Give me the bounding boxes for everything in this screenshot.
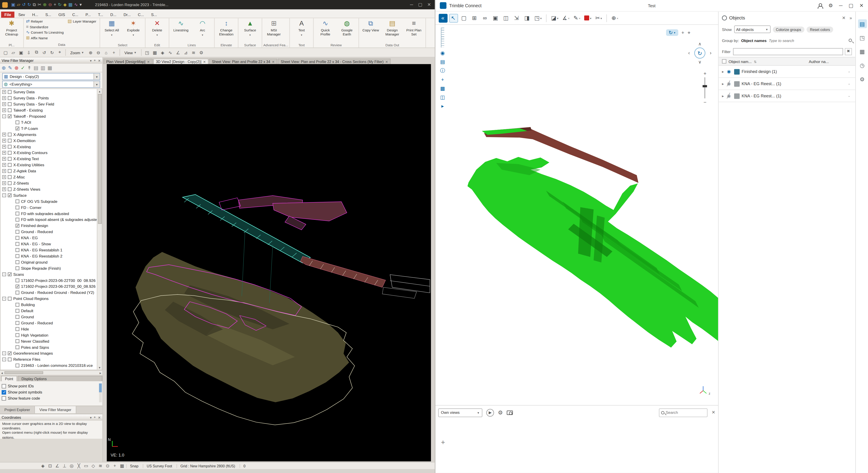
apply-filter-icon[interactable]: ✓ [21, 64, 25, 71]
row-expander-icon[interactable] [722, 69, 724, 74]
minimize-button[interactable]: ─ [839, 3, 843, 8]
tree-checkbox[interactable] [16, 121, 19, 124]
tree-item[interactable]: + X-Existing [0, 144, 97, 150]
ribbon-tab[interactable]: S... [148, 11, 160, 18]
ribbon-button[interactable]: ≡ Standardize [25, 24, 66, 29]
visibility-eye-icon[interactable] [726, 81, 732, 86]
snap-perpendicular-icon[interactable]: ⊥ [62, 463, 68, 468]
copy-icon[interactable]: ⧉ [33, 49, 40, 56]
close-button[interactable]: ✕ [859, 3, 864, 8]
snap-vertex-icon[interactable]: ◇ [90, 463, 96, 468]
tree-checkbox[interactable] [16, 284, 19, 289]
tree-checkbox[interactable] [16, 303, 19, 306]
view-mode-2-icon[interactable]: ▥ [40, 64, 45, 71]
orbit-mode-button[interactable]: ↻▾ [666, 29, 678, 36]
undo-icon[interactable]: ↺ [41, 49, 48, 56]
scroll-left-icon[interactable]: ◄ [0, 371, 3, 374]
move-up-icon[interactable]: ↟ [27, 64, 31, 71]
tree-checkbox[interactable] [8, 102, 11, 106]
snap-status[interactable]: Snap [126, 464, 142, 468]
display-option[interactable]: Show point IDs [2, 383, 101, 389]
tree-item[interactable]: KNA - EG Reestablish 1 [0, 247, 97, 253]
snap-grid-icon[interactable]: ⊡ [47, 463, 53, 468]
search-input[interactable] [665, 410, 705, 414]
zoom-slider-thumb[interactable] [703, 85, 707, 88]
edit-filter-icon[interactable]: ✎ [8, 64, 12, 71]
tree-item[interactable]: Slope Regrade (Finish) [0, 265, 97, 271]
tree-checkbox[interactable] [16, 254, 19, 258]
section-plane-tool[interactable]: ◪ ▾ [550, 13, 560, 22]
tree-checkbox[interactable] [16, 266, 19, 270]
tree-checkbox[interactable] [8, 96, 11, 100]
ribbon-button[interactable]: ✕ Delete ▾ [147, 19, 167, 42]
tree-item[interactable]: Building [0, 302, 97, 308]
tree-item[interactable]: + Takeoff - Existing [0, 107, 97, 113]
tree-item[interactable]: T-P-Loam [0, 125, 97, 132]
look-mode-button[interactable]: ⌖ [687, 30, 690, 36]
models-panel-icon[interactable]: ◳ [858, 33, 867, 42]
tree-expander[interactable]: + [2, 96, 6, 100]
close-icon[interactable]: ✕ [98, 415, 101, 419]
snap-center-icon[interactable]: ◎ [68, 463, 74, 468]
pointer-tool[interactable]: ↖ [449, 13, 458, 22]
area-select-tool[interactable]: ⊞ [470, 13, 479, 22]
ribbon-button[interactable]: ∿ Quick Profile [315, 19, 336, 42]
save-icon[interactable]: ▣ [11, 2, 15, 7]
ribbon-button[interactable]: ▤ Layer Manager [66, 19, 99, 24]
tree-item[interactable]: High Vegetation [0, 332, 97, 338]
profile-icon[interactable]: ∿ [167, 49, 174, 56]
row-expander-icon[interactable] [722, 81, 724, 86]
view-cube-tool[interactable]: ◳ ▾ [533, 13, 543, 22]
minimize-button[interactable]: ─ [410, 2, 413, 7]
grid-status[interactable]: Grid : New Hampshire 2800 (ftUS) [177, 464, 239, 468]
tree-expander[interactable]: + [2, 139, 6, 142]
ribbon-button[interactable]: ⊞ Affix Name [25, 35, 66, 40]
scope-combo[interactable]: ◍ <Everything> ▼ [2, 81, 100, 88]
tree-checkbox[interactable] [16, 345, 19, 349]
visibility-eye-icon[interactable]: ◉ [439, 50, 446, 56]
tree-checkbox[interactable] [16, 218, 19, 222]
tree-checkbox[interactable] [8, 114, 11, 118]
tree-item[interactable]: Ground [0, 314, 97, 320]
undo-icon[interactable]: ↺ [22, 2, 26, 7]
tree-item[interactable]: KNA - EG - Show [0, 241, 97, 247]
open-icon[interactable]: ▱ [10, 49, 17, 56]
ribbon-button[interactable]: ∿ Convert To Linestring [25, 30, 66, 35]
tree-expander[interactable]: + [2, 108, 6, 112]
tree-checkbox[interactable] [8, 139, 11, 142]
zoom-slider[interactable] [705, 77, 706, 98]
view-tab[interactable]: Sheet View: Plan and Profile 22 x 34 - C… [278, 59, 391, 64]
display-option[interactable]: Show point symbols [2, 389, 101, 395]
tree-checkbox[interactable] [16, 230, 19, 234]
zoom-in-button[interactable]: + [704, 71, 707, 76]
surface-icon[interactable]: ≋ [190, 49, 197, 56]
ribbon-tab[interactable]: C... [134, 11, 147, 18]
tree-checkbox[interactable] [16, 364, 19, 368]
rotate-right-button[interactable]: › [710, 50, 711, 56]
view-filter-tool[interactable]: ∞ [481, 13, 490, 22]
orbit-icon[interactable]: ↻ [58, 2, 62, 7]
tree-expander[interactable]: + [2, 163, 6, 167]
ribbon-button[interactable]: ✶ Explode ▾ [123, 19, 144, 42]
triangle-icon[interactable]: ⊿ [183, 49, 189, 56]
ribbon-tab[interactable]: GIS [55, 11, 68, 18]
save-icon[interactable]: ▣ [18, 49, 24, 56]
scrollbar-thumb[interactable] [98, 94, 101, 224]
tree-expander[interactable]: - [2, 114, 6, 118]
tree-expander[interactable]: - [2, 358, 6, 362]
tree-item[interactable]: Hide [0, 326, 97, 332]
zoom-in-icon[interactable]: ⊕ [87, 49, 94, 56]
warehouse-icon[interactable]: ◫ [439, 94, 446, 101]
checkbox[interactable] [2, 396, 6, 401]
tree-checkbox[interactable] [8, 297, 11, 301]
scale-ruler[interactable] [441, 28, 444, 47]
tree-checkbox[interactable] [8, 151, 11, 155]
close-icon[interactable]: ✕ [385, 60, 388, 64]
zoom-out-icon[interactable]: ⊖ [48, 2, 52, 7]
ribbon-button[interactable]: ▲ Surface ▾ [240, 19, 260, 42]
tree-expander[interactable]: + [2, 145, 6, 148]
expand-icon[interactable]: ▸ [439, 103, 446, 109]
profile-icon[interactable]: ∿ [74, 2, 78, 7]
play-views-button[interactable]: ▶ [486, 409, 494, 416]
tree-checkbox[interactable] [16, 291, 19, 295]
